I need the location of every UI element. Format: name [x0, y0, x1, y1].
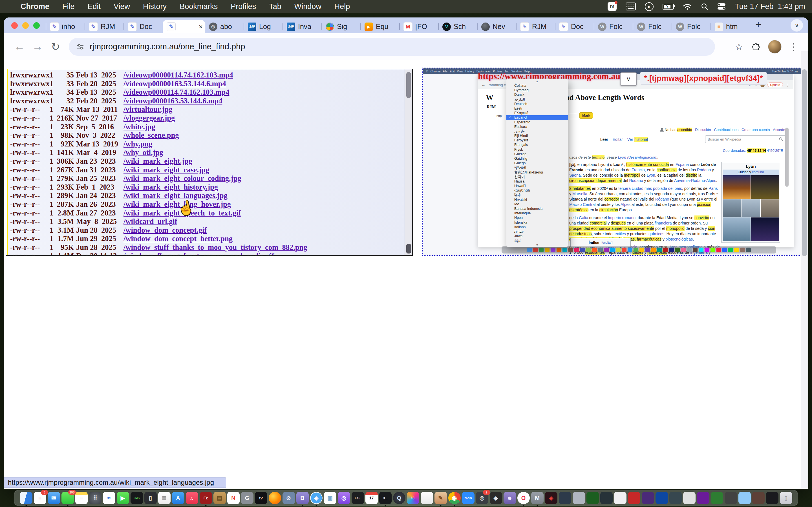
reload-icon[interactable]: ↻ — [47, 41, 64, 53]
language-option[interactable]: Français — [506, 143, 568, 147]
address-bar[interactable]: rjmprogramming.com.au/one_line_find.php — [69, 38, 715, 56]
menu-item-bookmarks[interactable]: Bookmarks — [173, 2, 224, 11]
language-option[interactable]: Hausa — [506, 179, 568, 184]
wiki-link[interactable]: París — [709, 186, 718, 191]
language-dropdown[interactable]: ∧ČeštinaCymraegDanskالدارجةDeutschEestiΕ… — [506, 78, 568, 247]
language-option[interactable]: ગુજરાતી — [506, 165, 568, 170]
language-select[interactable]: ∨ — [620, 72, 637, 86]
tab-RJM[interactable]: ✎RJM — [516, 20, 555, 33]
tab-search-chevron-icon[interactable]: ∨ — [791, 19, 803, 32]
tab-[FO[interactable]: M[FO — [400, 20, 439, 33]
language-option[interactable]: Esperanto — [506, 120, 568, 124]
menu-kebab-icon[interactable]: ⋮ — [789, 41, 799, 52]
wiki-link[interactable]: Imperio romano — [608, 216, 636, 220]
listing-scrollbar-bottom[interactable] — [406, 244, 411, 253]
menu-item-view[interactable]: View — [107, 2, 137, 11]
language-option[interactable]: Eesti — [506, 106, 568, 111]
wiki-link[interactable]: Discusión — [695, 128, 711, 132]
dock-iphone-mirroring-icon[interactable]: ▯ — [144, 492, 157, 504]
wiki-link[interactable]: Auvernia-Ródano-Alpes — [674, 178, 716, 183]
file-link[interactable]: /whole_scene.png — [123, 131, 179, 140]
language-option[interactable]: Čeština — [506, 83, 568, 88]
dock-quicktime-icon[interactable]: Q — [393, 492, 405, 504]
tab-active[interactable]: ✎× — [163, 20, 205, 33]
tab-RJM[interactable]: ✎RJM — [85, 20, 124, 33]
file-link[interactable]: /why_otl.jpg — [123, 148, 163, 157]
file-link[interactable]: /window_stuff_thanks_to_moo_you_tistory_… — [123, 243, 307, 252]
file-link[interactable]: /wildcard_url.gif — [123, 217, 177, 226]
dock-terminal-icon[interactable]: >_ — [379, 492, 392, 504]
menu-item-window[interactable]: Window — [288, 2, 328, 11]
extensions-puzzle-icon[interactable] — [751, 42, 761, 52]
language-option[interactable]: עברית — [506, 229, 568, 234]
tab-Doc[interactable]: ✎Doc — [555, 20, 594, 33]
wiki-link[interactable]: Lyon (desambiguación) — [618, 155, 658, 159]
language-option[interactable]: Interlingue — [506, 211, 568, 216]
file-link[interactable]: /videowp0000163.53.144.6.mp4 — [123, 97, 222, 105]
dock-zoom-icon[interactable]: zoom — [462, 492, 474, 504]
wiki-link[interactable]: historial — [635, 137, 648, 142]
language-option[interactable]: Español✓ — [506, 115, 568, 120]
dock-app-icon[interactable] — [656, 492, 668, 504]
dock-app-icon[interactable] — [573, 492, 585, 504]
dock-compass-red-icon[interactable]: ◈ — [545, 492, 557, 504]
language-option[interactable]: فارسی — [506, 129, 568, 133]
file-link[interactable]: /wiki_mark_eight_languages.jpg — [123, 191, 227, 200]
dock-intellij-icon[interactable]: IJ — [407, 492, 419, 504]
wifi-icon[interactable] — [683, 3, 692, 10]
tab-htm[interactable]: ≡htm — [711, 20, 750, 33]
language-option[interactable]: Føroyskt — [506, 138, 568, 143]
tab-abo[interactable]: ⊕abo — [205, 20, 244, 33]
language-option[interactable]: हिन्दी — [506, 193, 568, 198]
keyboard-icon[interactable] — [626, 3, 636, 10]
language-option[interactable]: Ирон — [506, 216, 568, 220]
language-option[interactable]: Hawaiʻi — [506, 184, 568, 188]
language-option[interactable]: Dansk — [506, 93, 568, 97]
language-option[interactable]: ಕನ್ನಡ — [506, 238, 568, 243]
wiki-link[interactable]: Ródano — [697, 168, 711, 172]
menu-item-history[interactable]: History — [137, 2, 173, 11]
wiki-link[interactable]: Ródano — [655, 197, 669, 202]
wiki-link[interactable]: Lyon — [647, 173, 655, 177]
dock-blocked-app-icon[interactable]: ⊘ — [283, 492, 295, 504]
file-link[interactable]: /wiki_mark_eight.jpg — [123, 157, 192, 166]
dock-contacts-icon[interactable]: ▤ — [213, 492, 226, 504]
dock-reminders-icon[interactable]: ≡3 — [34, 492, 46, 504]
minimize-window-button[interactable] — [22, 22, 29, 29]
wiki-link[interactable]: Alpes — [620, 202, 630, 207]
dock-mamp-icon[interactable]: M — [531, 492, 544, 504]
dock-textedit-icon[interactable]: ≣ — [158, 492, 170, 504]
dock-app-icon[interactable] — [766, 492, 778, 504]
dock-utility-dark-icon[interactable]: FMS — [131, 492, 143, 504]
tab-inho[interactable]: ✎inho — [46, 20, 85, 33]
dock-app-icon[interactable] — [752, 492, 765, 504]
menu-item-chrome[interactable]: Chrome — [14, 2, 56, 11]
dock-app-icon[interactable] — [711, 492, 723, 504]
dock-app-icon[interactable] — [587, 492, 599, 504]
dock-app-icon[interactable] — [614, 492, 626, 504]
language-option[interactable]: Gaeilge — [506, 152, 568, 156]
dropdown-scroll-down-icon[interactable]: ∨ — [506, 243, 568, 247]
tune-icon[interactable] — [76, 43, 85, 51]
dock-apple-tv-icon[interactable]: tv — [255, 492, 267, 504]
dock-safari-icon[interactable]: ◈ — [310, 492, 322, 504]
dock-opera-icon[interactable]: O — [517, 492, 530, 504]
dock-app-icon[interactable] — [725, 492, 737, 504]
wiki-link[interactable]: financiera — [655, 221, 672, 225]
language-option[interactable]: Hrvatski — [506, 198, 568, 202]
file-link[interactable]: /window_dom_concept.gif — [123, 226, 207, 235]
url-text[interactable]: rjmprogramming.com.au/one_line_find.php — [90, 42, 245, 51]
dock-libreoffice-icon[interactable] — [421, 492, 433, 504]
search-icon[interactable] — [701, 3, 708, 10]
wiki-link[interactable]: Editar — [613, 137, 623, 142]
file-link[interactable]: /videowp0000114.74.162.103.mp4 — [123, 88, 229, 97]
wiki-link[interactable]: Macizo Central — [569, 202, 596, 207]
battery-icon[interactable]: ϟ — [663, 4, 674, 10]
menu-item-tab[interactable]: Tab — [262, 2, 288, 11]
dock-chrome-icon[interactable]: ◉ — [448, 492, 461, 504]
dock-capture-dark-icon[interactable]: ◎2 — [476, 492, 488, 504]
dock-app-icon[interactable] — [559, 492, 571, 504]
dock-photos-app-icon[interactable]: ▣ — [324, 492, 336, 504]
file-link[interactable]: /vloggergear.jpg — [123, 114, 175, 122]
tab-Sch[interactable]: VSch — [439, 20, 477, 33]
